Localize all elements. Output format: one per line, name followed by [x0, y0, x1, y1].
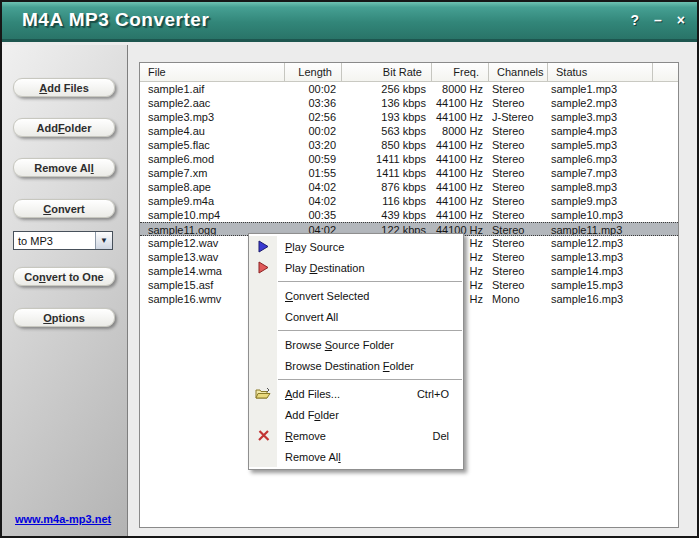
cell-channels: Stereo: [489, 250, 548, 264]
menu-item-label: Play Destination: [277, 262, 365, 274]
column-header-status[interactable]: Status: [548, 63, 653, 81]
table-row[interactable]: sample10.mp400:35439 kbps44100 HzStereos…: [140, 208, 678, 222]
cell-status: sample16.mp3: [548, 292, 653, 306]
title-bar: M4A MP3 Converter ? – ×: [2, 2, 697, 42]
minimize-button[interactable]: –: [654, 11, 662, 29]
cell-status: sample15.mp3: [548, 278, 653, 292]
cell-file: sample2.aac: [140, 96, 285, 110]
output-format-select[interactable]: to MP3 ▼: [13, 231, 113, 250]
add-files-button[interactable]: Add Files: [13, 78, 115, 97]
file-list-header: FileLengthBit RateFreq.ChannelsStatus: [140, 63, 678, 82]
menu-item-browse-source-folder[interactable]: Browse Source Folder: [249, 334, 463, 355]
convert-to-one-button[interactable]: Convert to One: [13, 267, 115, 286]
menu-item-play-source[interactable]: Play Source: [249, 236, 463, 257]
table-row[interactable]: sample2.aac03:36136 kbps44100 HzStereosa…: [140, 96, 678, 110]
menu-item-label: Browse Destination Folder: [277, 360, 414, 372]
menu-item-convert-selected[interactable]: Convert Selected: [249, 285, 463, 306]
options-button[interactable]: Options: [13, 308, 115, 327]
cell-status: sample1.mp3: [548, 82, 653, 96]
output-format-value: to MP3: [18, 235, 53, 247]
table-row[interactable]: sample5.flac03:20850 kbps44100 HzStereos…: [140, 138, 678, 152]
menu-item-add-files[interactable]: Add Files...Ctrl+O: [249, 383, 463, 404]
cell-channels: Stereo: [489, 264, 548, 278]
cell-freq: 44100 Hz: [432, 208, 489, 222]
menu-item-shortcut: Ctrl+O: [417, 388, 463, 400]
cell-channels: Stereo: [489, 223, 548, 235]
table-row[interactable]: sample7.xm01:551411 kbps44100 HzStereosa…: [140, 166, 678, 180]
cell-status: sample10.mp3: [548, 208, 653, 222]
cell-length: 04:02: [285, 194, 342, 208]
menu-item-remove-all[interactable]: Remove All: [249, 446, 463, 467]
menu-item-play-destination[interactable]: Play Destination: [249, 257, 463, 278]
menu-item-browse-destination-folder[interactable]: Browse Destination Folder: [249, 355, 463, 376]
cell-status: sample11.mp3: [548, 223, 653, 235]
menu-gutter: [249, 334, 277, 355]
menu-gutter: [249, 355, 277, 376]
cell-length: 00:35: [285, 208, 342, 222]
table-row[interactable]: sample4.au00:02563 kbps8000 HzStereosamp…: [140, 124, 678, 138]
column-header-file[interactable]: File: [140, 63, 285, 81]
menu-gutter: [249, 446, 277, 467]
cell-status: sample13.mp3: [548, 250, 653, 264]
table-row[interactable]: sample3.mp302:56193 kbps44100 HzJ-Stereo…: [140, 110, 678, 124]
cell-channels: Stereo: [489, 208, 548, 222]
menu-item-convert-all[interactable]: Convert All: [249, 306, 463, 327]
cell-freq: 8000 Hz: [432, 124, 489, 138]
column-header-freq[interactable]: Freq.: [432, 63, 489, 81]
menu-separator: [249, 278, 463, 285]
menu-item-label: Remove All: [277, 451, 341, 463]
close-button[interactable]: ×: [677, 11, 685, 29]
table-row[interactable]: sample9.m4a04:02116 kbps44100 HzStereosa…: [140, 194, 678, 208]
cell-freq: 44100 Hz: [432, 180, 489, 194]
app-window: M4A MP3 Converter ? – × to MP3 ▼ www.m4a…: [0, 0, 699, 538]
sidebar: to MP3 ▼ www.m4a-mp3.net Add FilesAdd Fo…: [2, 45, 128, 536]
cell-channels: J-Stereo: [489, 110, 548, 124]
column-header-channels[interactable]: Channels: [489, 63, 548, 81]
cell-file: sample10.mp4: [140, 208, 285, 222]
add-folder-button[interactable]: Add Folder: [13, 118, 115, 137]
cell-length: 00:02: [285, 82, 342, 96]
cell-file: sample9.m4a: [140, 194, 285, 208]
cell-length: 00:59: [285, 152, 342, 166]
cell-status: sample4.mp3: [548, 124, 653, 138]
cell-status: sample7.mp3: [548, 166, 653, 180]
column-header-bit-rate[interactable]: Bit Rate: [342, 63, 432, 81]
menu-item-add-folder[interactable]: Add Folder: [249, 404, 463, 425]
menu-separator: [249, 327, 463, 334]
website-link[interactable]: www.m4a-mp3.net: [15, 513, 111, 525]
cell-file: sample7.xm: [140, 166, 285, 180]
window-title: M4A MP3 Converter: [22, 9, 209, 31]
column-header-length[interactable]: Length: [285, 63, 342, 81]
menu-item-label: Browse Source Folder: [277, 339, 394, 351]
cell-bit-rate: 193 kbps: [342, 110, 432, 124]
cell-freq: 44100 Hz: [432, 96, 489, 110]
menu-item-label: Remove: [277, 430, 326, 442]
cell-bit-rate: 876 kbps: [342, 180, 432, 194]
convert-button[interactable]: Convert: [13, 199, 115, 218]
cell-file: sample8.ape: [140, 180, 285, 194]
cell-freq: 44100 Hz: [432, 194, 489, 208]
cell-channels: Mono: [489, 292, 548, 306]
table-row[interactable]: sample1.aif00:02256 kbps8000 HzStereosam…: [140, 82, 678, 96]
cell-length: 00:02: [285, 124, 342, 138]
menu-separator: [249, 376, 463, 383]
table-row[interactable]: sample6.mod00:591411 kbps44100 HzStereos…: [140, 152, 678, 166]
remove-all-button[interactable]: Remove All: [13, 158, 115, 177]
cell-bit-rate: 1411 kbps: [342, 166, 432, 180]
help-button[interactable]: ?: [630, 11, 639, 29]
table-row[interactable]: sample8.ape04:02876 kbps44100 HzStereosa…: [140, 180, 678, 194]
cell-length: 04:02: [285, 180, 342, 194]
menu-item-remove[interactable]: RemoveDel: [249, 425, 463, 446]
context-menu: Play SourcePlay DestinationConvert Selec…: [248, 233, 464, 470]
cell-freq: 44100 Hz: [432, 138, 489, 152]
cell-bit-rate: 850 kbps: [342, 138, 432, 152]
cell-status: sample8.mp3: [548, 180, 653, 194]
cell-freq: 44100 Hz: [432, 110, 489, 124]
cell-freq: 44100 Hz: [432, 166, 489, 180]
chevron-down-icon[interactable]: ▼: [95, 232, 112, 249]
cell-status: sample6.mp3: [548, 152, 653, 166]
cell-length: 01:55: [285, 166, 342, 180]
cell-bit-rate: 563 kbps: [342, 124, 432, 138]
cell-bit-rate: 1411 kbps: [342, 152, 432, 166]
cell-file: sample1.aif: [140, 82, 285, 96]
